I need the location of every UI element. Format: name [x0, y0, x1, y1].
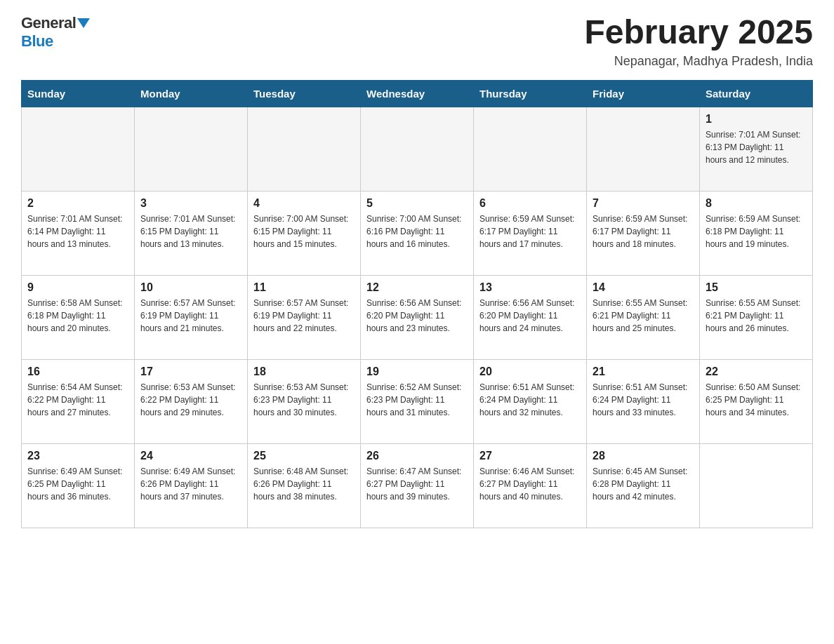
- month-title: February 2025: [584, 14, 813, 51]
- calendar-cell: 8Sunrise: 6:59 AM Sunset: 6:18 PM Daylig…: [700, 191, 813, 275]
- day-number: 13: [479, 281, 581, 294]
- calendar-cell: 14Sunrise: 6:55 AM Sunset: 6:21 PM Dayli…: [587, 275, 700, 359]
- calendar-cell: 12Sunrise: 6:56 AM Sunset: 6:20 PM Dayli…: [361, 275, 474, 359]
- calendar-cell: [587, 107, 700, 191]
- day-number: 9: [27, 281, 128, 294]
- calendar-week-2: 2Sunrise: 7:01 AM Sunset: 6:14 PM Daylig…: [22, 191, 813, 275]
- logo: General Blue: [21, 14, 90, 51]
- calendar-cell: 17Sunrise: 6:53 AM Sunset: 6:22 PM Dayli…: [135, 359, 248, 443]
- calendar-cell: 15Sunrise: 6:55 AM Sunset: 6:21 PM Dayli…: [700, 275, 813, 359]
- calendar-cell: 4Sunrise: 7:00 AM Sunset: 6:15 PM Daylig…: [248, 191, 361, 275]
- day-info: Sunrise: 7:01 AM Sunset: 6:15 PM Dayligh…: [140, 213, 241, 250]
- calendar-week-3: 9Sunrise: 6:58 AM Sunset: 6:18 PM Daylig…: [22, 275, 813, 359]
- weekday-header-wednesday: Wednesday: [361, 80, 474, 107]
- calendar-cell: [248, 107, 361, 191]
- day-number: 18: [253, 365, 355, 378]
- day-info: Sunrise: 6:58 AM Sunset: 6:18 PM Dayligh…: [27, 297, 128, 335]
- day-number: 16: [27, 365, 128, 378]
- calendar-cell: 3Sunrise: 7:01 AM Sunset: 6:15 PM Daylig…: [135, 191, 248, 275]
- day-number: 11: [253, 281, 355, 294]
- calendar-cell: [361, 107, 474, 191]
- calendar-header: SundayMondayTuesdayWednesdayThursdayFrid…: [22, 80, 813, 107]
- calendar-cell: 6Sunrise: 6:59 AM Sunset: 6:17 PM Daylig…: [474, 191, 587, 275]
- calendar-cell: 18Sunrise: 6:53 AM Sunset: 6:23 PM Dayli…: [248, 359, 361, 443]
- calendar-cell: 20Sunrise: 6:51 AM Sunset: 6:24 PM Dayli…: [474, 359, 587, 443]
- location: Nepanagar, Madhya Pradesh, India: [584, 54, 813, 69]
- day-number: 12: [366, 281, 468, 294]
- day-info: Sunrise: 6:45 AM Sunset: 6:28 PM Dayligh…: [593, 465, 694, 503]
- day-number: 8: [706, 197, 807, 210]
- calendar-week-5: 23Sunrise: 6:49 AM Sunset: 6:25 PM Dayli…: [22, 443, 813, 528]
- calendar-table: SundayMondayTuesdayWednesdayThursdayFrid…: [21, 80, 813, 528]
- logo-general-text: General: [21, 14, 76, 32]
- day-info: Sunrise: 6:51 AM Sunset: 6:24 PM Dayligh…: [593, 381, 694, 419]
- day-number: 19: [366, 365, 468, 378]
- day-info: Sunrise: 7:00 AM Sunset: 6:16 PM Dayligh…: [366, 213, 468, 250]
- day-info: Sunrise: 6:57 AM Sunset: 6:19 PM Dayligh…: [253, 297, 355, 335]
- calendar-cell: [474, 107, 587, 191]
- day-number: 6: [479, 197, 581, 210]
- day-number: 21: [593, 365, 694, 378]
- day-number: 20: [479, 365, 581, 378]
- calendar-cell: 25Sunrise: 6:48 AM Sunset: 6:26 PM Dayli…: [248, 443, 361, 528]
- calendar-cell: 1Sunrise: 7:01 AM Sunset: 6:13 PM Daylig…: [700, 107, 813, 191]
- day-number: 2: [27, 197, 128, 210]
- calendar-body: 1Sunrise: 7:01 AM Sunset: 6:13 PM Daylig…: [22, 107, 813, 528]
- day-number: 24: [140, 450, 241, 462]
- day-info: Sunrise: 6:56 AM Sunset: 6:20 PM Dayligh…: [479, 297, 581, 335]
- weekday-header-monday: Monday: [135, 80, 248, 107]
- day-number: 17: [140, 365, 241, 378]
- calendar-cell: 24Sunrise: 6:49 AM Sunset: 6:26 PM Dayli…: [135, 443, 248, 528]
- calendar-cell: 23Sunrise: 6:49 AM Sunset: 6:25 PM Dayli…: [22, 443, 135, 528]
- day-number: 26: [366, 450, 468, 462]
- day-info: Sunrise: 6:48 AM Sunset: 6:26 PM Dayligh…: [253, 465, 355, 503]
- day-info: Sunrise: 6:53 AM Sunset: 6:23 PM Dayligh…: [253, 381, 355, 419]
- weekday-header-sunday: Sunday: [22, 80, 135, 107]
- weekday-header-thursday: Thursday: [474, 80, 587, 107]
- day-info: Sunrise: 6:49 AM Sunset: 6:26 PM Dayligh…: [140, 465, 241, 503]
- calendar-week-1: 1Sunrise: 7:01 AM Sunset: 6:13 PM Daylig…: [22, 107, 813, 191]
- day-info: Sunrise: 6:49 AM Sunset: 6:25 PM Dayligh…: [27, 465, 128, 503]
- calendar-cell: 27Sunrise: 6:46 AM Sunset: 6:27 PM Dayli…: [474, 443, 587, 528]
- day-number: 7: [593, 197, 694, 210]
- day-info: Sunrise: 6:50 AM Sunset: 6:25 PM Dayligh…: [706, 381, 807, 419]
- calendar-cell: 5Sunrise: 7:00 AM Sunset: 6:16 PM Daylig…: [361, 191, 474, 275]
- day-number: 1: [706, 113, 807, 126]
- calendar-cell: 11Sunrise: 6:57 AM Sunset: 6:19 PM Dayli…: [248, 275, 361, 359]
- day-info: Sunrise: 6:46 AM Sunset: 6:27 PM Dayligh…: [479, 465, 581, 503]
- day-info: Sunrise: 6:55 AM Sunset: 6:21 PM Dayligh…: [593, 297, 694, 335]
- day-info: Sunrise: 6:59 AM Sunset: 6:17 PM Dayligh…: [593, 213, 694, 250]
- calendar-cell: 16Sunrise: 6:54 AM Sunset: 6:22 PM Dayli…: [22, 359, 135, 443]
- page-header: General Blue February 2025 Nepanagar, Ma…: [21, 14, 813, 69]
- day-number: 14: [593, 281, 694, 294]
- day-number: 23: [27, 450, 128, 462]
- calendar-cell: 7Sunrise: 6:59 AM Sunset: 6:17 PM Daylig…: [587, 191, 700, 275]
- day-number: 27: [479, 450, 581, 462]
- day-info: Sunrise: 6:54 AM Sunset: 6:22 PM Dayligh…: [27, 381, 128, 419]
- calendar-cell: 21Sunrise: 6:51 AM Sunset: 6:24 PM Dayli…: [587, 359, 700, 443]
- weekday-header-friday: Friday: [587, 80, 700, 107]
- day-info: Sunrise: 6:59 AM Sunset: 6:18 PM Dayligh…: [706, 213, 807, 250]
- calendar-cell: 13Sunrise: 6:56 AM Sunset: 6:20 PM Dayli…: [474, 275, 587, 359]
- logo-top: General: [21, 14, 90, 32]
- day-info: Sunrise: 6:55 AM Sunset: 6:21 PM Dayligh…: [706, 297, 807, 335]
- logo-triangle-icon: [77, 18, 90, 28]
- weekday-header-tuesday: Tuesday: [248, 80, 361, 107]
- weekday-header-saturday: Saturday: [700, 80, 813, 107]
- calendar-cell: 26Sunrise: 6:47 AM Sunset: 6:27 PM Dayli…: [361, 443, 474, 528]
- day-number: 28: [593, 450, 694, 462]
- calendar-week-4: 16Sunrise: 6:54 AM Sunset: 6:22 PM Dayli…: [22, 359, 813, 443]
- day-info: Sunrise: 6:47 AM Sunset: 6:27 PM Dayligh…: [366, 465, 468, 503]
- day-number: 22: [706, 365, 807, 378]
- day-number: 10: [140, 281, 241, 294]
- weekday-header-row: SundayMondayTuesdayWednesdayThursdayFrid…: [22, 80, 813, 107]
- calendar-cell: 19Sunrise: 6:52 AM Sunset: 6:23 PM Dayli…: [361, 359, 474, 443]
- calendar-cell: [700, 443, 813, 528]
- day-number: 4: [253, 197, 355, 210]
- calendar-cell: [22, 107, 135, 191]
- day-info: Sunrise: 7:01 AM Sunset: 6:13 PM Dayligh…: [706, 128, 807, 166]
- day-info: Sunrise: 6:53 AM Sunset: 6:22 PM Dayligh…: [140, 381, 241, 419]
- day-number: 5: [366, 197, 468, 210]
- calendar-cell: 28Sunrise: 6:45 AM Sunset: 6:28 PM Dayli…: [587, 443, 700, 528]
- day-number: 15: [706, 281, 807, 294]
